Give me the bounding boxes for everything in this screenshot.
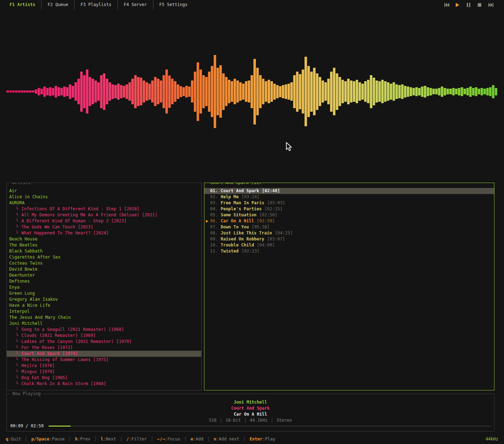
- waveform-bar: [205, 77, 208, 106]
- track-row[interactable]: 07.Down To You[05:38]: [204, 224, 494, 230]
- album-row[interactable]: └All My Demons Greeting Me As A Friend (…: [7, 212, 201, 218]
- status-bar: q:Quitp/Space:Pauseh:Prevl:Next/:Filter←…: [0, 434, 504, 444]
- skip-next-icon[interactable]: [488, 3, 493, 8]
- waveform-bar: [347, 79, 350, 104]
- waveform-bar: [35, 89, 37, 94]
- album-row[interactable]: └Dog Eat Dog [1985]: [7, 375, 201, 381]
- artist-row[interactable]: Enya: [7, 284, 201, 290]
- waveform-bar: [404, 86, 406, 98]
- artist-row[interactable]: Deftones: [7, 278, 201, 284]
- tree-branch-icon: └: [16, 333, 18, 338]
- album-row[interactable]: └The Gods We Can Touch [2023]: [7, 224, 201, 230]
- waveform-bar: [148, 84, 151, 100]
- seek-bar[interactable]: [49, 426, 491, 427]
- waveform-bar: [344, 81, 347, 102]
- waveform-bar: [114, 85, 117, 98]
- play-icon[interactable]: [455, 3, 460, 8]
- album-row[interactable]: └Mingus [1979]: [7, 369, 201, 375]
- tab-f5-settings[interactable]: F5 Settings: [153, 0, 193, 10]
- artist-row[interactable]: Beach House: [7, 236, 201, 242]
- stop-icon[interactable]: [477, 3, 482, 8]
- album-row[interactable]: └Hejira [1976]: [7, 363, 201, 369]
- waveform-bar: [92, 79, 94, 104]
- album-label: The Gods We Can Touch [2023]: [21, 224, 93, 229]
- tab-f1-artists[interactable]: F1 Artists: [4, 0, 41, 10]
- album-row[interactable]: └Clouds (2021 Remaster) [1969]: [7, 333, 201, 339]
- waveform-bar: [466, 88, 469, 95]
- artist-row[interactable]: Black Sabbath: [7, 248, 201, 254]
- waveform-bar: [381, 80, 384, 103]
- waveform-bar: [15, 90, 17, 93]
- artist-row[interactable]: Air: [7, 188, 201, 194]
- artist-row[interactable]: Cocteau Twins: [7, 260, 201, 266]
- waveform-bar: [268, 80, 270, 103]
- waveform-bar: [376, 81, 378, 102]
- artist-label: Interpol: [9, 309, 30, 314]
- album-row[interactable]: └Infections Of A Different Kind - Step 1…: [7, 206, 201, 212]
- track-title: Free Man In Paris: [221, 200, 264, 206]
- artist-row[interactable]: Green Lung: [7, 290, 201, 296]
- track-row[interactable]: 03.Free Man In Paris[03:03]: [204, 200, 494, 206]
- track-duration: [02:23]: [241, 248, 259, 254]
- tab-f3-playlists[interactable]: F3 Playlists: [74, 0, 117, 10]
- album-row[interactable]: └Ladies of the Canyon (2021 Remaster) [1…: [7, 339, 201, 345]
- track-row[interactable]: 08.Just Like This Train[04:25]: [204, 230, 494, 236]
- album-row[interactable]: └Song to a Seagull (2021 Remaster) [1968…: [7, 327, 201, 333]
- track-title: Just Like This Train: [221, 230, 272, 236]
- waveform-bar: [256, 68, 259, 115]
- artist-row[interactable]: Joni Mitchell: [7, 321, 201, 327]
- track-row[interactable]: 10.Trouble Child[04:00]: [204, 242, 494, 248]
- album-label: Infections Of A Different Kind - Step 1 …: [21, 206, 139, 211]
- waveform-bar: [313, 68, 316, 115]
- artist-row[interactable]: Cigarettes After Sex: [7, 254, 201, 260]
- waveform-bar: [49, 87, 51, 96]
- key-action: :Focus: [165, 437, 180, 442]
- artist-row[interactable]: David Bowie: [7, 266, 201, 272]
- keybinding-next: l:Next: [95, 437, 121, 442]
- tree-branch-icon: └: [16, 339, 18, 344]
- album-row[interactable]: └The Hissing of Summer Lawns [1975]: [7, 357, 201, 363]
- waveform-bar: [131, 79, 134, 104]
- artist-label: David Bowie: [9, 267, 37, 272]
- track-row[interactable]: 01.Court And Spark[02:48]: [204, 188, 494, 194]
- artist-row[interactable]: Deerhunter: [7, 272, 201, 278]
- artist-row[interactable]: The Beatles: [7, 242, 201, 248]
- waveform-bar: [412, 88, 415, 95]
- track-row[interactable]: ▶06.Car On A Hill[02:59]: [204, 218, 494, 224]
- track-row[interactable]: 04.People's Parties[02:15]: [204, 206, 494, 212]
- track-row[interactable]: 09.Raised On Robbery[03:07]: [204, 236, 494, 242]
- waveform-bar: [441, 87, 443, 97]
- artists-panel: Artists AirAlice in ChainsAURORA└Infecti…: [6, 183, 202, 390]
- tab-bar: F1 ArtistsF2 QueueF3 PlaylistsF4 ServerF…: [0, 0, 504, 10]
- artist-row[interactable]: Interpol: [7, 309, 201, 315]
- album-row[interactable]: └Chalk Mark In A Rain Storm [1988]: [7, 381, 201, 387]
- album-row[interactable]: └What Happened To The Heart? [2024]: [7, 230, 201, 236]
- key-action: :Prev: [78, 437, 91, 442]
- artist-row[interactable]: The Jesus And Mary Chain: [7, 315, 201, 321]
- artist-row[interactable]: Alice in Chains: [7, 194, 201, 200]
- album-row[interactable]: └For the Roses [1972]: [7, 345, 201, 351]
- track-row[interactable]: 05.Same Situation[02:56]: [204, 212, 494, 218]
- artist-row[interactable]: AURORA: [7, 200, 201, 206]
- waveform-bar: [310, 72, 313, 112]
- track-row[interactable]: 02.Help Me[03:24]: [204, 194, 494, 200]
- waveform-bar: [435, 89, 438, 94]
- artist-row[interactable]: Gregory Alan Isakov: [7, 296, 201, 303]
- playing-marker-icon: [204, 188, 210, 194]
- track-row[interactable]: 11.Twisted[02:23]: [204, 248, 494, 254]
- tree-branch-icon: └: [16, 357, 18, 362]
- waveform-bar: [239, 82, 242, 101]
- waveform-bar: [29, 90, 32, 93]
- waveform-bar: [322, 81, 324, 102]
- pause-icon[interactable]: [466, 3, 471, 8]
- keybinding-add-next: n:Add next: [208, 437, 244, 442]
- waveform-bar: [137, 77, 139, 106]
- tab-f2-queue[interactable]: F2 Queue: [41, 0, 74, 10]
- track-number: 05.: [210, 212, 218, 218]
- waveform-bar: [146, 82, 148, 101]
- tab-f4-server[interactable]: F4 Server: [117, 0, 153, 10]
- album-row[interactable]: └A Different Kind Of Human - Step 2 [202…: [7, 218, 201, 224]
- album-row[interactable]: └Court And Spark [1974]: [7, 351, 201, 357]
- artist-row[interactable]: Have a Nice Life: [7, 303, 201, 309]
- skip-previous-icon[interactable]: [444, 3, 449, 8]
